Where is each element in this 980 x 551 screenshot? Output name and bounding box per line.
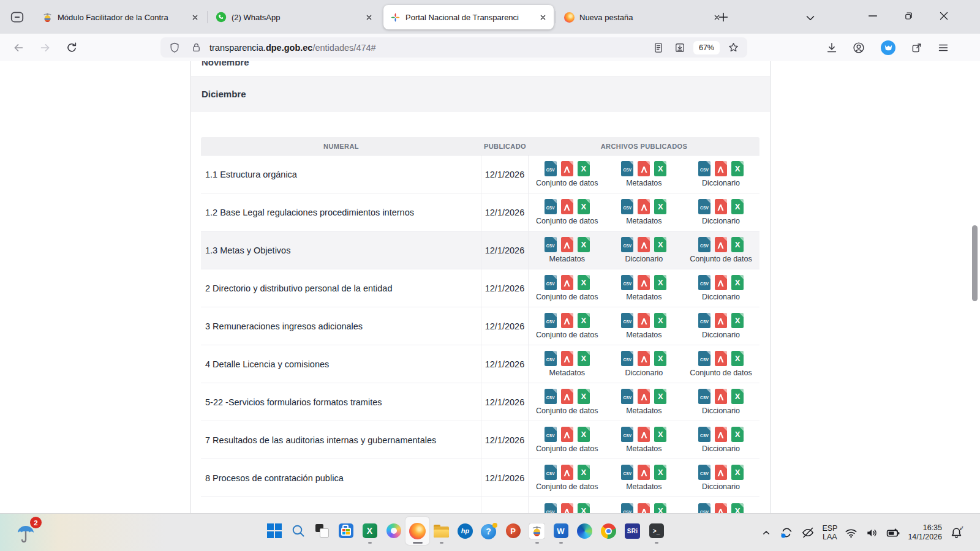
file-pdf-icon[interactable] — [715, 313, 727, 328]
file-pdf-icon[interactable] — [561, 237, 573, 252]
taskbar-terminal-icon[interactable]: >_ — [644, 517, 668, 545]
file-csv-icon[interactable]: CSV — [698, 427, 710, 442]
file-xlsx-icon[interactable]: X — [578, 161, 590, 176]
new-tab-button[interactable] — [714, 8, 733, 26]
language-indicator[interactable]: ESPLAA — [822, 524, 837, 541]
downloads-icon[interactable] — [822, 38, 842, 58]
file-csv-icon[interactable]: CSV — [621, 199, 633, 214]
tray-sync-icon[interactable] — [779, 525, 794, 540]
file-csv-icon[interactable]: CSV — [698, 503, 710, 513]
file-xlsx-icon[interactable]: X — [654, 161, 666, 176]
file-csv-icon[interactable]: CSV — [545, 389, 557, 404]
reload-button[interactable] — [62, 38, 81, 58]
window-close-button[interactable] — [933, 6, 954, 26]
file-xlsx-icon[interactable]: X — [731, 199, 744, 214]
file-csv-icon[interactable]: CSV — [545, 161, 557, 176]
file-pdf-icon[interactable] — [638, 275, 650, 290]
file-pdf-icon[interactable] — [561, 161, 573, 176]
clock[interactable]: 16:35 14/1/2026 — [908, 523, 942, 542]
tab-whatsapp[interactable]: (2) WhatsApp — [209, 5, 380, 29]
file-csv-icon[interactable]: CSV — [698, 465, 710, 480]
file-xlsx-icon[interactable]: X — [578, 313, 590, 328]
file-pdf-icon[interactable] — [638, 389, 650, 404]
file-pdf-icon[interactable] — [715, 237, 727, 252]
tab-close-icon[interactable] — [187, 10, 202, 24]
file-xlsx-icon[interactable]: X — [654, 503, 666, 513]
file-pdf-icon[interactable] — [638, 465, 650, 480]
tab-close-icon[interactable] — [535, 10, 550, 24]
file-pdf-icon[interactable] — [561, 313, 573, 328]
zoom-level-indicator[interactable]: 67% — [693, 41, 720, 54]
file-pdf-icon[interactable] — [638, 351, 650, 366]
firefox-view-icon[interactable] — [7, 8, 27, 26]
file-pdf-icon[interactable] — [715, 199, 727, 214]
file-csv-icon[interactable]: CSV — [545, 237, 557, 252]
file-pdf-icon[interactable] — [561, 199, 573, 214]
taskbar-firefox-icon[interactable] — [405, 517, 429, 545]
file-xlsx-icon[interactable]: X — [654, 465, 666, 480]
file-pdf-icon[interactable] — [638, 427, 650, 442]
file-csv-icon[interactable]: CSV — [698, 275, 710, 290]
file-csv-icon[interactable]: CSV — [545, 313, 557, 328]
lock-icon[interactable] — [188, 40, 204, 56]
file-xlsx-icon[interactable]: X — [731, 389, 744, 404]
file-xlsx-icon[interactable]: X — [578, 351, 590, 366]
tab-nueva[interactable]: Nueva pestaña — [557, 5, 728, 29]
file-pdf-icon[interactable] — [715, 465, 727, 480]
file-csv-icon[interactable]: CSV — [698, 389, 710, 404]
file-xlsx-icon[interactable]: X — [578, 275, 590, 290]
taskbar-copilot-icon[interactable] — [382, 517, 405, 545]
shield-icon[interactable] — [167, 40, 183, 56]
file-xlsx-icon[interactable]: X — [731, 161, 744, 176]
file-csv-icon[interactable]: CSV — [698, 199, 710, 214]
file-pdf-icon[interactable] — [715, 427, 727, 442]
file-csv-icon[interactable]: CSV — [621, 237, 633, 252]
forward-button[interactable] — [36, 38, 55, 58]
menu-hamburger-icon[interactable] — [933, 38, 953, 58]
taskbar-edge-icon[interactable] — [573, 517, 597, 545]
file-csv-icon[interactable]: CSV — [545, 503, 557, 513]
volume-icon[interactable] — [865, 526, 879, 540]
tray-chevron-up-icon[interactable] — [760, 527, 772, 539]
file-csv-icon[interactable]: CSV — [621, 465, 633, 480]
taskbar-file-explorer-icon[interactable] — [429, 517, 453, 545]
file-pdf-icon[interactable] — [638, 199, 650, 214]
section-noviembre[interactable]: Noviembre — [191, 61, 770, 77]
file-csv-icon[interactable]: CSV — [621, 351, 633, 366]
taskbar-sri-icon[interactable]: SRi — [620, 517, 644, 545]
file-xlsx-icon[interactable]: X — [654, 237, 666, 252]
file-csv-icon[interactable]: CSV — [621, 275, 633, 290]
file-csv-icon[interactable]: CSV — [545, 275, 557, 290]
taskbar-excel-icon[interactable]: X — [358, 517, 382, 545]
file-pdf-icon[interactable] — [715, 161, 727, 176]
file-pdf-icon[interactable] — [715, 351, 727, 366]
file-xlsx-icon[interactable]: X — [654, 275, 666, 290]
file-xlsx-icon[interactable]: X — [654, 427, 666, 442]
file-pdf-icon[interactable] — [715, 503, 727, 513]
file-pdf-icon[interactable] — [561, 465, 573, 480]
file-pdf-icon[interactable] — [561, 427, 573, 442]
reader-mode-icon[interactable] — [650, 40, 666, 56]
file-pdf-icon[interactable] — [638, 237, 650, 252]
file-csv-icon[interactable]: CSV — [621, 427, 633, 442]
window-restore-button[interactable] — [898, 6, 919, 26]
bookmark-star-icon[interactable] — [725, 40, 741, 56]
file-pdf-icon[interactable] — [561, 503, 573, 513]
file-xlsx-icon[interactable]: X — [654, 199, 666, 214]
taskbar-soce-icon[interactable] — [525, 517, 549, 545]
taskbar-task-view-icon[interactable] — [310, 517, 334, 545]
tab-modulo[interactable]: Módulo Facilitador de la Contra — [36, 5, 206, 29]
file-xlsx-icon[interactable]: X — [578, 503, 590, 513]
taskbar-store-icon[interactable] — [334, 517, 358, 545]
file-csv-icon[interactable]: CSV — [698, 237, 710, 252]
file-csv-icon[interactable]: CSV — [698, 161, 710, 176]
file-xlsx-icon[interactable]: X — [654, 313, 666, 328]
file-csv-icon[interactable]: CSV — [545, 351, 557, 366]
file-xlsx-icon[interactable]: X — [731, 275, 744, 290]
file-xlsx-icon[interactable]: X — [578, 389, 590, 404]
save-page-icon[interactable] — [672, 40, 688, 56]
window-minimize-button[interactable] — [862, 6, 883, 26]
file-pdf-icon[interactable] — [561, 351, 573, 366]
file-pdf-icon[interactable] — [561, 389, 573, 404]
file-pdf-icon[interactable] — [715, 275, 727, 290]
